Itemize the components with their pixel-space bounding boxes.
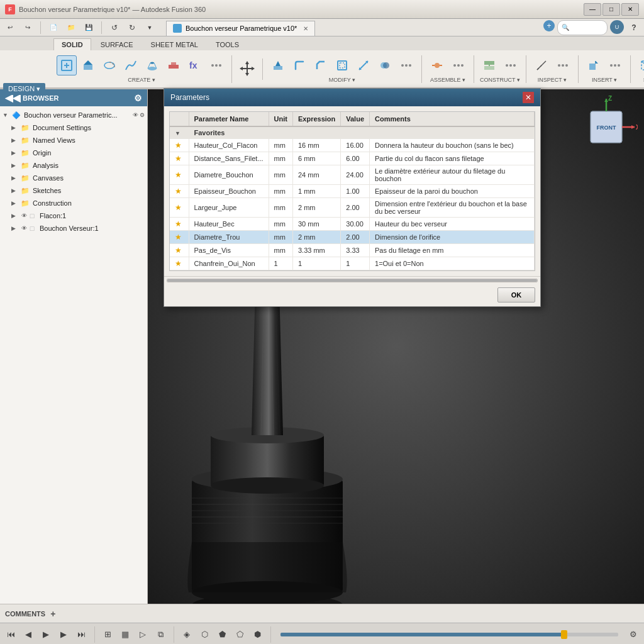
timeline-view-btn[interactable]: ⧉ [152, 626, 169, 643]
eye-icon-8[interactable]: 👁 [21, 213, 27, 219]
tree-item-bouchon[interactable]: ▶ 👁 □ Bouchon Verseur:1 [9, 222, 147, 235]
help-search[interactable]: 🔍 [557, 20, 608, 35]
prev-btn[interactable]: ◀ [20, 626, 36, 643]
close-button[interactable]: ✕ [621, 3, 639, 16]
timeline-btn[interactable]: ▦ [117, 626, 133, 643]
star-cell[interactable]: ★ [170, 218, 189, 231]
gear-icon-0[interactable]: ⚙ [140, 112, 145, 118]
account-icon[interactable]: U [610, 20, 624, 34]
timeline-marker[interactable] [561, 630, 567, 639]
expression-cell[interactable]: 6 mm [292, 152, 340, 165]
star-cell[interactable]: ★ [170, 165, 189, 185]
more-modify-btn[interactable] [396, 55, 416, 75]
expression-cell[interactable]: 30 mm [292, 218, 340, 231]
more-insert-btn[interactable] [605, 55, 625, 75]
select-btn[interactable] [636, 55, 644, 75]
tab-sheet-metal[interactable]: SHEET METAL [143, 38, 206, 50]
star-cell[interactable]: ★ [170, 185, 189, 198]
help-button[interactable]: ? [626, 20, 641, 35]
expression-cell[interactable]: 16 mm [292, 139, 340, 152]
star-cell[interactable]: ★ [170, 152, 189, 165]
star-cell[interactable]: ★ [170, 198, 189, 218]
tab-tools[interactable]: TOOLS [208, 38, 247, 50]
tree-item-sketches[interactable]: ▶ 📁 Sketches [9, 184, 147, 197]
tab-close-button[interactable]: ✕ [303, 25, 308, 32]
tree-item-origin[interactable]: ▶ 📁 Origin [9, 147, 147, 159]
fillet-btn[interactable] [289, 55, 309, 75]
next-btn[interactable]: ▶ [55, 626, 72, 643]
table-row[interactable]: ★ Diametre_Bouchon mm 24 mm 24.00 Le dia… [170, 165, 535, 185]
new-component-btn[interactable] [57, 55, 77, 75]
construction-btn[interactable]: ⬠ [231, 626, 248, 643]
dialog-close-button[interactable]: ✕ [523, 92, 534, 103]
sweep-btn[interactable] [121, 55, 141, 75]
revolve-btn[interactable] [99, 55, 119, 75]
tab-solid[interactable]: SOLID [53, 38, 91, 50]
move-btn[interactable] [237, 58, 257, 79]
more-assemble-btn[interactable] [448, 55, 469, 75]
expression-cell[interactable]: 2 mm [292, 198, 340, 218]
tab-surface[interactable]: SURFACE [92, 38, 142, 50]
press-pull-btn[interactable] [268, 55, 288, 75]
more-create-btn[interactable] [206, 55, 226, 75]
shell-btn[interactable] [332, 55, 352, 75]
play-btn[interactable]: ▶ [38, 626, 54, 643]
joint-btn[interactable] [427, 55, 447, 75]
scale-btn[interactable] [353, 55, 374, 75]
expression-cell[interactable]: 2 mm [292, 231, 340, 244]
loft-btn[interactable] [142, 55, 162, 75]
add-tab-button[interactable]: + [543, 20, 555, 31]
eye-icon-9[interactable]: 👁 [21, 225, 27, 231]
browser-options-btn[interactable]: ⚙ [134, 93, 142, 103]
table-row[interactable]: ★ Diametre_Trou mm 2 mm 2.00 Dimension d… [170, 231, 535, 244]
tree-item-doc-settings[interactable]: ▶ 📁 Document Settings [9, 121, 147, 134]
grid-view-btn[interactable]: ⊞ [99, 626, 116, 643]
tree-item-canvases[interactable]: ▶ 📁 Canvases [9, 172, 147, 184]
animate-btn[interactable]: ▷ [135, 626, 151, 643]
table-row[interactable]: ★ Epaisseur_Bouchon mm 1 mm 1.00 Epaisse… [170, 185, 535, 198]
tree-item-named-views[interactable]: ▶ 📁 Named Views [9, 134, 147, 147]
measure-btn[interactable] [531, 55, 552, 75]
components-btn[interactable]: ⬡ [196, 626, 213, 643]
new-button[interactable]: 📄 [46, 20, 61, 35]
expression-cell[interactable]: 3.33 mm [292, 244, 340, 257]
offset-plane-btn[interactable] [479, 55, 499, 75]
more-inspect-btn[interactable] [553, 55, 573, 75]
fx-btn[interactable]: fx [185, 55, 205, 75]
joints-btn[interactable]: ⬢ [249, 626, 265, 643]
undo2-button[interactable]: ↺ [107, 20, 122, 35]
expression-cell[interactable]: 24 mm [292, 165, 340, 185]
table-row[interactable]: ★ Largeur_Jupe mm 2 mm 2.00 Dimension en… [170, 198, 535, 218]
table-row[interactable]: ★ Chanfrein_Oui_Non 1 1 1 1=Oui et 0=Non [170, 257, 535, 270]
chamfer-btn[interactable] [311, 55, 331, 75]
redo-button[interactable]: ↪ [20, 20, 35, 35]
minimize-button[interactable]: — [584, 3, 601, 16]
more-construct-btn[interactable] [501, 55, 521, 75]
expression-cell[interactable]: 1 mm [292, 185, 340, 198]
ok-button[interactable]: OK [497, 287, 535, 303]
open-button[interactable]: 📁 [64, 20, 79, 35]
comments-add-btn[interactable]: + [50, 609, 55, 619]
table-row[interactable]: ★ Hauteur_Bec mm 30 mm 30.00 Hauteur du … [170, 218, 535, 231]
sketches-btn[interactable]: ⬟ [214, 626, 230, 643]
tree-item-root[interactable]: ▼ 🔷 Bouchon verseur Parametric... 👁 ⚙ [0, 109, 147, 121]
star-cell[interactable]: ★ [170, 231, 189, 244]
prev-frame-btn[interactable]: ⏮ [3, 626, 19, 643]
maximize-button[interactable]: □ [602, 3, 620, 16]
insert-derive-btn[interactable] [584, 55, 604, 75]
eye-icon-0[interactable]: 👁 [133, 112, 138, 118]
combine-btn[interactable] [375, 55, 395, 75]
extrude-btn[interactable] [78, 55, 98, 75]
settings-gear-btn[interactable]: ⚙ [625, 626, 641, 643]
table-row[interactable]: ★ Hauteur_Col_Flacon mm 16 mm 16.00 Donn… [170, 139, 535, 152]
bodies-btn[interactable]: ◈ [179, 626, 195, 643]
expression-cell[interactable]: 1 [292, 257, 340, 270]
star-cell[interactable]: ★ [170, 139, 189, 152]
timeline-bar[interactable] [280, 633, 618, 636]
star-cell[interactable]: ★ [170, 257, 189, 270]
history-button[interactable]: ▼ [142, 20, 157, 35]
document-tab[interactable]: Bouchon verseur Parametrique v10* ✕ [166, 21, 315, 36]
design-dropdown[interactable]: DESIGN ▾ [3, 83, 45, 95]
redo2-button[interactable]: ↻ [125, 20, 140, 35]
tree-item-analysis[interactable]: ▶ 📁 Analysis [9, 159, 147, 172]
